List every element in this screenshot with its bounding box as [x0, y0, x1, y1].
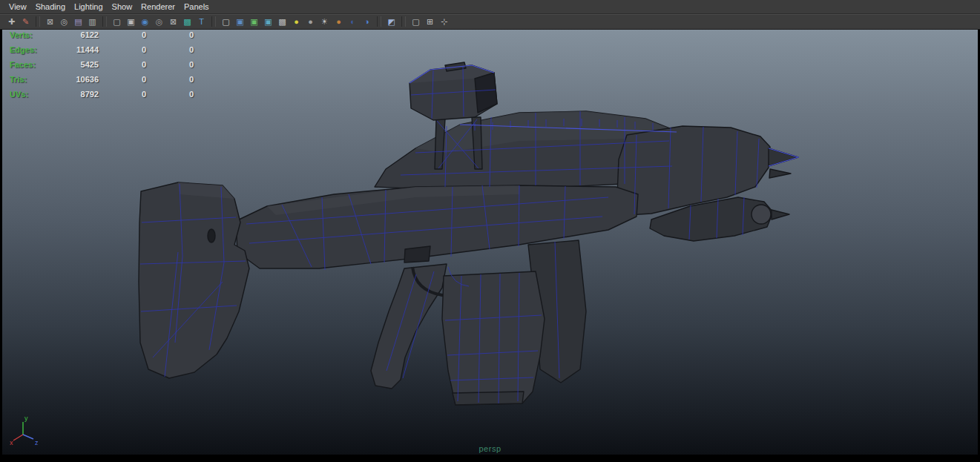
film-gate-icon[interactable]: ▢	[111, 16, 123, 27]
shadows-icon[interactable]: ●	[332, 16, 345, 27]
camera-names-icon[interactable]: T	[195, 16, 208, 27]
rifle-rear-block[interactable]	[528, 240, 586, 383]
panel-toolbar: ✚✎⊠◎▤▥▢▣◉◎⊠▩T▢▣▣▣▩●●☀●◐◑◩▢⊞⊹	[0, 14, 980, 30]
magazine-base	[453, 392, 524, 405]
rifle-body[interactable]	[236, 185, 638, 268]
rifle-stock[interactable]	[139, 182, 249, 378]
safe-title-icon[interactable]: ▩	[181, 16, 194, 27]
menu-renderer[interactable]: Renderer	[138, 0, 181, 13]
stock-hole	[208, 229, 215, 242]
hud-uvs-total: 8792	[48, 88, 99, 101]
stock-cheek-facet	[178, 182, 234, 199]
panel-menubar: View Shading Lighting Show Renderer Pane…	[0, 0, 980, 14]
hud-edges-label: Edges:	[10, 44, 48, 56]
rifle-barrel-block[interactable]	[617, 126, 770, 215]
wireframe-on-shaded-icon[interactable]: ▣	[248, 16, 260, 27]
wireframe-overlay	[140, 67, 759, 403]
axis-gizmo: y x z	[10, 415, 44, 446]
hud-uvs-col2: 0	[99, 88, 146, 101]
isolate-select-icon[interactable]: ◩	[385, 16, 398, 27]
material-ball-icon[interactable]: ●	[304, 16, 317, 27]
toolbar-separator	[36, 16, 40, 27]
body-top-facet	[267, 185, 519, 215]
underbarrel-tube[interactable]	[650, 197, 773, 241]
hud-edges-col3: 0	[146, 44, 194, 56]
grease-pencil-icon[interactable]: ✎	[19, 16, 32, 27]
wireframe-icon[interactable]: ▢	[220, 16, 232, 27]
hud-faces-col3: 0	[146, 59, 194, 71]
menu-shading[interactable]: Shading	[33, 0, 71, 13]
default-material-icon[interactable]: ●	[290, 16, 303, 27]
hud-faces-total: 5425	[48, 59, 99, 71]
checker-material-icon[interactable]: ▩	[276, 16, 289, 27]
lighting-icon[interactable]: ☀	[318, 16, 331, 27]
hud-edges-col2: 0	[99, 44, 146, 56]
toolbar-separator	[401, 16, 406, 27]
ejection-port	[404, 246, 430, 263]
wireframe-accents	[410, 65, 798, 166]
hud-faces-label: Faces:	[10, 59, 48, 71]
polycount-hud: Verts: 6122 0 0 Edges: 11444 0 0 Faces: …	[10, 30, 194, 101]
underbarrel-tip	[772, 210, 789, 220]
toolbar-separator	[102, 16, 107, 27]
field-chart-icon[interactable]: ◎	[153, 16, 165, 27]
toolbar-separator	[211, 16, 216, 27]
menu-lighting[interactable]: Lighting	[71, 0, 109, 13]
ssao-icon[interactable]: ◐	[346, 16, 359, 27]
hud-tris-label: Tris:	[10, 73, 48, 86]
bookmarks-icon[interactable]: ▤	[72, 16, 85, 27]
menu-show[interactable]: Show	[109, 0, 139, 13]
textured-icon[interactable]: ▣	[262, 16, 274, 27]
gate-mask-icon[interactable]: ◉	[139, 16, 151, 27]
hud-uvs-label: UVs:	[10, 88, 48, 101]
image-plane-icon[interactable]: ▥	[86, 16, 99, 27]
camera-attributes-icon[interactable]: ◎	[58, 16, 70, 27]
hud-verts-col3: 0	[146, 30, 194, 42]
axis-y-label: y	[24, 415, 28, 422]
menu-view[interactable]: View	[6, 0, 33, 13]
hud-verts-total: 6122	[48, 30, 99, 42]
hud-tris-total: 10636	[48, 73, 99, 86]
hud-tris-col3: 0	[146, 73, 194, 86]
hud-faces-col2: 0	[99, 59, 146, 71]
scope-window	[475, 73, 497, 113]
xray-icon[interactable]: ▢	[410, 16, 422, 27]
hud-verts-col2: 0	[99, 30, 146, 42]
scope-knob	[445, 62, 466, 71]
scope-top-facet	[410, 65, 494, 83]
underbarrel-cap	[752, 205, 771, 224]
panel-toolbar-icons: ✚✎⊠◎▤▥▢▣◉◎⊠▩T▢▣▣▣▩●●☀●◐◑◩▢⊞⊹	[4, 16, 451, 27]
rifle-magazine[interactable]	[442, 271, 545, 405]
toolbar-separator	[377, 16, 381, 27]
muzzle-spike	[769, 148, 798, 166]
menu-panels[interactable]: Panels	[181, 0, 215, 13]
muzzle-spike-2	[769, 169, 791, 178]
hud-tris-col2: 0	[99, 73, 146, 86]
scope-mount[interactable]	[435, 117, 482, 169]
resolution-gate-icon[interactable]: ▣	[125, 16, 137, 27]
rifle-receiver-top-facet	[415, 111, 675, 153]
rifle-receiver[interactable]	[375, 111, 684, 190]
trigger-guard	[412, 267, 472, 295]
perspective-viewport[interactable]: Verts: 6122 0 0 Edges: 11444 0 0 Faces: …	[2, 30, 978, 455]
camera-tools-icon[interactable]: ✚	[5, 16, 18, 27]
hud-edges-total: 11444	[48, 44, 99, 56]
xray-joints-icon[interactable]: ⊞	[424, 16, 436, 27]
motion-blur-icon[interactable]: ◑	[361, 16, 373, 27]
lock-camera-icon[interactable]: ⊠	[44, 16, 56, 27]
safe-action-icon[interactable]: ⊠	[167, 16, 180, 27]
node-graph-icon[interactable]: ⊹	[438, 16, 450, 27]
hud-verts-label: Verts:	[10, 30, 48, 42]
rifle-grip[interactable]	[371, 264, 447, 389]
camera-name-label: persp	[2, 444, 978, 453]
rifle-scope[interactable]	[410, 65, 497, 120]
hud-uvs-col3: 0	[146, 88, 194, 101]
smooth-shade-icon[interactable]: ▣	[234, 16, 246, 27]
